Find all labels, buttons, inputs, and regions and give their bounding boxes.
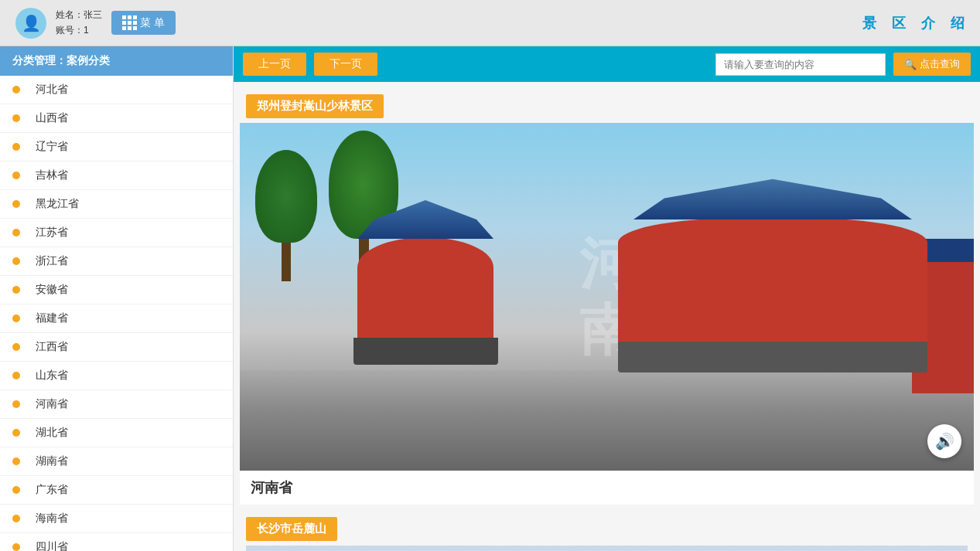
sidebar-item-4[interactable]: 黑龙江省 (0, 190, 233, 219)
sidebar-bullet (12, 515, 20, 522)
sidebar-item-5[interactable]: 江苏省 (0, 219, 233, 247)
sidebar-item-1[interactable]: 山西省 (0, 104, 233, 133)
card1-image: 河 南 🔊 (240, 123, 974, 471)
sidebar-bullet (12, 429, 20, 437)
sidebar-bullet (12, 172, 20, 179)
card1: 郑州登封嵩山少林景区 (240, 88, 974, 505)
sidebar-item-label: 四川省 (36, 540, 68, 551)
header-left: 👤 姓名：张三 账号：1 菜 单 (15, 8, 176, 39)
sidebar-item-label: 江西省 (36, 340, 68, 354)
sidebar-item-16[interactable]: 四川省 (0, 533, 233, 551)
sidebar-bullet (12, 315, 20, 322)
grid-icon (122, 15, 137, 30)
nav-jing[interactable]: 景 (862, 14, 876, 32)
sidebar-item-10[interactable]: 山东省 (0, 362, 233, 390)
sidebar-item-label: 安徽省 (36, 283, 68, 297)
sidebar-item-label: 福建省 (36, 311, 68, 325)
sidebar-item-11[interactable]: 河南省 (0, 390, 233, 419)
left-building (340, 200, 510, 378)
main-layout: 分类管理：案例分类 河北省山西省辽宁省吉林省黑龙江省江苏省浙江省安徽省福建省江西… (0, 46, 980, 551)
avatar: 👤 (15, 8, 46, 39)
audio-button[interactable]: 🔊 (927, 424, 961, 458)
sidebar-item-label: 辽宁省 (36, 140, 68, 154)
card2-image (246, 546, 968, 551)
next-page-button[interactable]: 下一页 (314, 53, 377, 76)
sidebar-bullet (12, 257, 20, 265)
sidebar-bullet (12, 200, 20, 208)
sidebar-item-label: 山东省 (36, 369, 68, 383)
header-nav: 景 区 介 绍 (862, 14, 965, 32)
sidebar-item-label: 海南省 (36, 512, 68, 525)
search-icon: 🔍 (904, 59, 917, 70)
nav-jie[interactable]: 介 (921, 14, 935, 32)
sidebar-bullet (12, 543, 20, 551)
sidebar-bullet (12, 343, 20, 351)
sidebar-title: 分类管理：案例分类 (0, 46, 233, 76)
sidebar-item-label: 河北省 (36, 83, 68, 97)
header: 👤 姓名：张三 账号：1 菜 单 景 区 介 绍 (0, 0, 980, 46)
toolbar: 上一页 下一页 🔍 点击查询 (234, 46, 980, 82)
sidebar-item-12[interactable]: 湖北省 (0, 419, 233, 447)
sidebar-item-2[interactable]: 辽宁省 (0, 133, 233, 162)
sidebar-bullet (12, 114, 20, 122)
sidebar-item-label: 湖北省 (36, 426, 68, 440)
sidebar-item-7[interactable]: 安徽省 (0, 276, 233, 304)
user-info: 姓名：张三 账号：1 (56, 8, 102, 37)
sidebar-item-label: 山西省 (36, 111, 68, 125)
sidebar-bullet (12, 457, 20, 465)
sidebar-item-label: 湖南省 (36, 454, 68, 468)
user-name: 姓名：张三 (56, 8, 102, 22)
content-area: 上一页 下一页 🔍 点击查询 郑州登封嵩山少林景区 (234, 46, 980, 551)
sidebar-item-8[interactable]: 福建省 (0, 304, 233, 333)
sidebar-item-15[interactable]: 海南省 (0, 505, 233, 533)
sidebar-item-3[interactable]: 吉林省 (0, 162, 233, 190)
sidebar-bullet (12, 143, 20, 151)
sidebar-item-label: 广东省 (36, 483, 68, 497)
sidebar-item-9[interactable]: 江西省 (0, 333, 233, 362)
sidebar-item-label: 吉林省 (36, 168, 68, 182)
sidebar-item-label: 黑龙江省 (36, 197, 79, 211)
right-building (618, 177, 927, 393)
sidebar-item-6[interactable]: 浙江省 (0, 247, 233, 276)
sidebar-item-label: 河南省 (36, 397, 68, 411)
sidebar-bullet (12, 86, 20, 94)
prev-page-button[interactable]: 上一页 (243, 53, 306, 76)
card2-title-label: 长沙市岳麓山 (246, 517, 337, 541)
search-button[interactable]: 🔍 点击查询 (893, 53, 971, 76)
sidebar-bullet (12, 372, 20, 379)
province-label: 河南省 (240, 471, 974, 505)
card2: 长沙市岳麓山 (240, 511, 974, 551)
sidebar-bullet (12, 400, 20, 408)
sidebar-item-0[interactable]: 河北省 (0, 76, 233, 104)
nav-qu[interactable]: 区 (892, 14, 906, 32)
search-input[interactable] (715, 53, 886, 76)
sidebar-item-13[interactable]: 湖南省 (0, 447, 233, 476)
user-account: 账号：1 (56, 23, 102, 38)
sidebar-item-label: 江苏省 (36, 226, 68, 240)
sidebar-item-label: 浙江省 (36, 254, 68, 268)
sidebar-items-container: 河北省山西省辽宁省吉林省黑龙江省江苏省浙江省安徽省福建省江西省山东省河南省湖北省… (0, 76, 233, 551)
sidebar-bullet (12, 286, 20, 294)
sidebar-bullet (12, 486, 20, 494)
sidebar-item-14[interactable]: 广东省 (0, 476, 233, 505)
sidebar: 分类管理：案例分类 河北省山西省辽宁省吉林省黑龙江省江苏省浙江省安徽省福建省江西… (0, 46, 234, 551)
nav-shao[interactable]: 绍 (951, 14, 965, 32)
sidebar-bullet (12, 229, 20, 236)
card1-title-label: 郑州登封嵩山少林景区 (240, 88, 974, 123)
menu-button[interactable]: 菜 单 (111, 11, 176, 35)
